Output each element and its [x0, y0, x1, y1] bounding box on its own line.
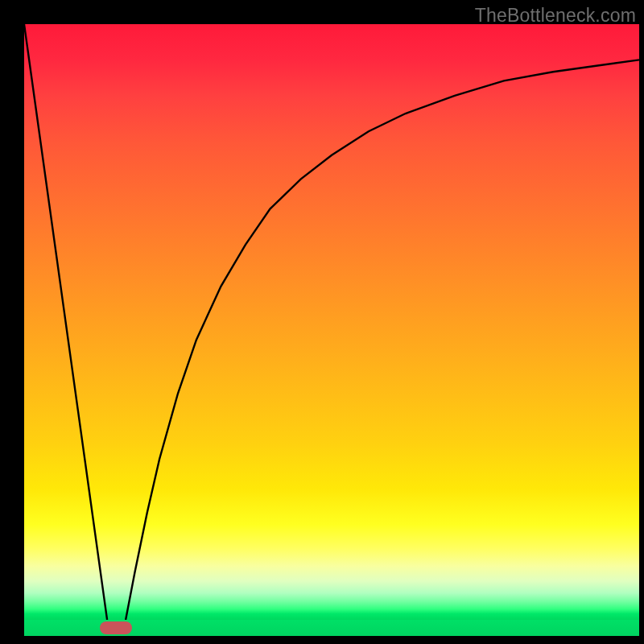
curve-overlay [24, 24, 639, 620]
plot-area [24, 24, 639, 620]
chart-path [24, 24, 639, 620]
watermark-text: TheBottleneck.com [475, 5, 636, 27]
bottleneck-marker [100, 621, 132, 634]
